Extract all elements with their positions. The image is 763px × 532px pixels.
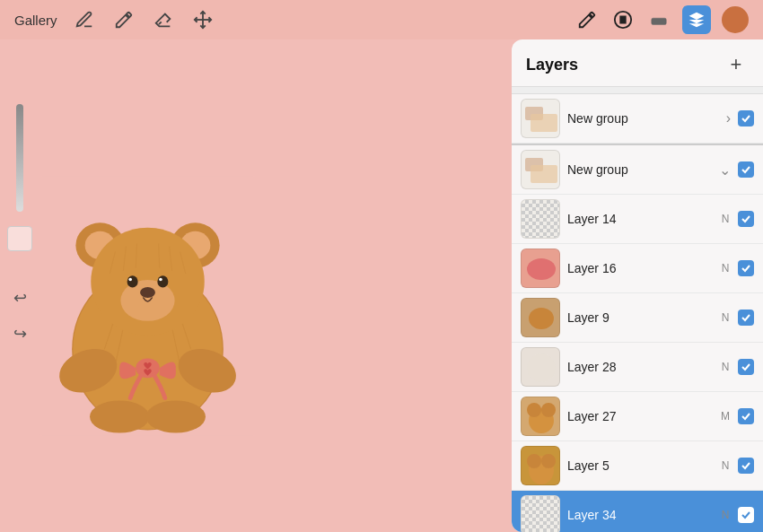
svg-point-43 (527, 353, 556, 382)
gallery-button[interactable]: Gallery (14, 13, 57, 28)
layers-panel-button[interactable] (682, 5, 711, 34)
layer-name-layer34: Layer 34 (567, 508, 711, 522)
blend-mode-layer14: N (718, 213, 732, 225)
layer-name-layer14: Layer 14 (567, 212, 711, 226)
layer-row-layer9[interactable]: Layer 9N (512, 293, 763, 343)
modify-tool-icon[interactable] (72, 7, 97, 32)
redo-button[interactable]: ↪ (5, 319, 34, 348)
layer-thumbnail-layer9 (521, 298, 560, 337)
svg-rect-38 (531, 114, 557, 132)
blend-mode-layer28: N (718, 361, 732, 373)
layer-visibility-newgroup2[interactable] (738, 161, 754, 178)
layer-info-layer28: Layer 28 (560, 360, 718, 374)
eraser-tool-icon[interactable] (646, 7, 671, 32)
canvas-drawing (39, 79, 256, 532)
toolbar-right (574, 5, 749, 34)
layer-row-layer16[interactable]: Layer 16N (512, 244, 763, 293)
svg-point-30 (159, 277, 162, 281)
layer-name-layer28: Layer 28 (567, 360, 711, 374)
layer-name-newgroup2: New group (567, 162, 712, 177)
layers-list: New group›New group⌄Layer 14NLayer 16NLa… (512, 87, 763, 532)
layer-controls-newgroup1: › (726, 110, 754, 126)
layer-visibility-newgroup1[interactable] (738, 110, 754, 126)
layer-row-layer27[interactable]: Layer 27M (512, 392, 763, 441)
layer-thumbnail-layer16 (521, 249, 560, 288)
svg-point-49 (541, 454, 556, 468)
layer-row-layer34[interactable]: Layer 34N (512, 491, 763, 532)
opacity-slider[interactable] (16, 104, 23, 212)
layer-info-layer16: Layer 16 (560, 261, 718, 275)
left-tools: ↩ ↪ (0, 79, 39, 532)
layer-row-newgroup1[interactable]: New group› (512, 94, 763, 144)
svg-point-31 (140, 286, 155, 297)
layer-visibility-layer14[interactable] (738, 211, 754, 227)
brush-tool-icon[interactable] (574, 7, 600, 32)
layer-thumbnail-newgroup2 (521, 150, 560, 189)
toolbar-left: Gallery (14, 7, 215, 32)
layer-controls-layer27: M (718, 408, 754, 424)
layer-info-newgroup1: New group (560, 111, 726, 126)
layer-info-layer9: Layer 9 (560, 310, 718, 325)
layer-row-layer28[interactable]: Layer 28N (512, 343, 763, 392)
layer-info-newgroup2: New group (560, 162, 719, 177)
blend-mode-layer9: N (718, 311, 732, 324)
layer-name-layer27: Layer 27 (567, 409, 711, 423)
layer-controls-newgroup2: ⌄ (719, 161, 754, 179)
layer-thumbnail-layer27 (521, 397, 560, 436)
svg-rect-40 (531, 165, 557, 183)
toolbar: Gallery (0, 0, 763, 39)
svg-rect-2 (652, 18, 667, 24)
layer-info-layer14: Layer 14 (560, 212, 718, 226)
layers-panel: Layers + New group›New group⌄Layer 14NLa… (512, 39, 763, 532)
blend-mode-layer34: N (718, 509, 732, 521)
transform-tool-icon[interactable] (190, 7, 215, 32)
chevron-icon-newgroup1[interactable]: › (726, 110, 731, 126)
layer-visibility-layer16[interactable] (738, 260, 754, 276)
undo-button[interactable]: ↩ (5, 283, 34, 312)
erase-tool-icon[interactable] (151, 7, 176, 32)
layer-controls-layer14: N (718, 211, 754, 227)
svg-point-48 (527, 454, 541, 468)
layer-row-newgroup2[interactable]: New group⌄ (512, 145, 763, 195)
layer-controls-layer16: N (718, 260, 754, 276)
layer-controls-layer28: N (718, 359, 754, 375)
svg-point-26 (120, 280, 174, 321)
layer-visibility-layer27[interactable] (738, 408, 754, 424)
user-avatar[interactable] (722, 6, 749, 33)
add-layer-button[interactable]: + (724, 52, 749, 77)
layer-name-layer9: Layer 9 (567, 310, 711, 325)
layer-visibility-layer5[interactable] (738, 458, 754, 474)
svg-point-42 (529, 308, 554, 329)
layer-controls-layer9: N (718, 310, 754, 326)
layer-name-layer16: Layer 16 (567, 261, 711, 275)
layer-row-layer14[interactable]: Layer 14N (512, 195, 763, 244)
layer-name-layer5: Layer 5 (567, 458, 711, 473)
svg-point-46 (541, 403, 556, 417)
layer-preview (7, 226, 32, 251)
layer-visibility-layer9[interactable] (738, 310, 754, 326)
smudge-tool-icon[interactable] (111, 7, 136, 32)
layer-thumbnail-layer34 (521, 495, 560, 532)
layer-info-layer34: Layer 34 (560, 508, 718, 522)
layer-visibility-layer34[interactable] (738, 507, 754, 523)
svg-point-29 (128, 277, 132, 281)
blend-mode-layer16: N (718, 262, 732, 275)
chevron-icon-newgroup2[interactable]: ⌄ (719, 161, 731, 179)
layer-name-newgroup1: New group (567, 111, 719, 126)
layers-panel-title: Layers (526, 56, 578, 74)
blend-mode-layer27: M (718, 410, 732, 423)
svg-point-27 (127, 275, 138, 287)
svg-point-35 (146, 400, 206, 432)
svg-point-28 (157, 275, 168, 287)
layer-thumbnail-layer28 (521, 347, 560, 387)
layer-row-layer5[interactable]: Layer 5N (512, 441, 763, 491)
layer-thumbnail-newgroup1 (521, 99, 560, 138)
layer-visibility-layer28[interactable] (738, 359, 754, 375)
layer-controls-layer5: N (718, 458, 754, 474)
layer-info-layer27: Layer 27 (560, 409, 718, 423)
layer-info-layer5: Layer 5 (560, 458, 718, 473)
ink-tool-icon[interactable] (610, 7, 636, 32)
svg-point-34 (90, 400, 149, 432)
layer-controls-layer34: N (718, 507, 754, 523)
layer-thumbnail-layer14 (521, 199, 560, 239)
